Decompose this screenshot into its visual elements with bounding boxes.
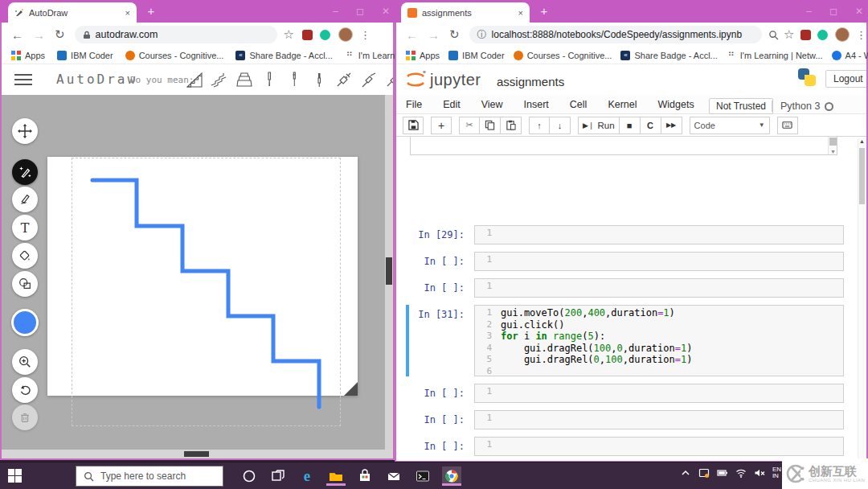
canvas-hscroll-track[interactable] — [2, 450, 393, 458]
save-button[interactable] — [403, 117, 424, 134]
empty-cell-input[interactable]: 1 — [474, 410, 844, 429]
draw-tool[interactable] — [12, 187, 38, 212]
menu-edit[interactable]: Edit — [443, 99, 461, 110]
bookmark-item[interactable]: «Share Badge - Accl... — [620, 51, 717, 60]
bookmark-star-icon[interactable]: ☆ — [284, 27, 294, 42]
cortana-icon[interactable] — [240, 466, 259, 486]
store-icon[interactable] — [355, 466, 375, 486]
close-button[interactable]: ✕ — [382, 6, 390, 17]
code-text[interactable] — [496, 438, 843, 455]
screwdriver-3-suggestion-icon[interactable] — [309, 70, 329, 89]
delete-tool[interactable] — [12, 405, 38, 430]
zoom-icon[interactable] — [768, 30, 779, 40]
syringe-2-suggestion-icon[interactable] — [359, 70, 379, 89]
move-cell-down-button[interactable]: ↓ — [550, 117, 571, 134]
profile-avatar[interactable] — [338, 27, 353, 42]
color-swatch[interactable] — [11, 309, 39, 336]
bookmark-item[interactable]: IBM Coder — [57, 51, 113, 60]
edge-icon[interactable]: e — [297, 466, 317, 486]
code-text[interactable] — [496, 411, 843, 429]
code-text[interactable]: gui.moveTo(200,400,duration=1)gui.click(… — [496, 306, 843, 376]
maximize-button[interactable]: ◻ — [356, 6, 364, 17]
reload-icon[interactable]: ↻ — [449, 27, 460, 42]
menu-hamburger-icon[interactable] — [14, 74, 32, 88]
bookmark-item[interactable]: ⠛I'm Learning | Netw... — [727, 51, 823, 60]
cut-cell-button[interactable]: ✂ — [459, 117, 480, 134]
bookmark-item[interactable]: «Share Badge - Accl... — [235, 51, 332, 60]
file-explorer-icon[interactable] — [326, 466, 346, 486]
syringe-suggestion-icon[interactable] — [334, 70, 354, 89]
syringe-3-suggestion-icon[interactable] — [384, 70, 393, 89]
wifi-icon[interactable] — [735, 467, 747, 479]
code-cell-input[interactable]: 123456gui.moveTo(200,400,duration=1)gui.… — [474, 305, 844, 376]
menu-kernel[interactable]: Kernel — [608, 99, 637, 110]
taskbar-search-box[interactable]: Type here to search — [76, 466, 223, 487]
select-tool[interactable] — [12, 118, 38, 144]
interrupt-kernel-button[interactable]: ■ — [620, 117, 641, 134]
chrome-menu-icon[interactable]: ⋮ — [360, 29, 371, 41]
tiered-cake-suggestion-icon[interactable] — [235, 70, 254, 89]
copy-cell-button[interactable] — [480, 117, 501, 134]
fill-tool[interactable] — [12, 243, 38, 269]
tab-close-icon[interactable]: × — [125, 8, 130, 18]
reload-icon[interactable]: ↻ — [55, 27, 65, 42]
add-cell-button[interactable]: + — [431, 117, 452, 134]
extension-grammarly-icon[interactable] — [320, 30, 330, 40]
mail-icon[interactable] — [384, 466, 403, 486]
stairs-outline-suggestion-icon[interactable] — [210, 70, 229, 89]
logout-button[interactable]: Logout — [825, 70, 866, 88]
paste-cell-button[interactable] — [501, 117, 522, 134]
canvas-vscroll-track[interactable] — [385, 95, 393, 450]
screwdriver-2-suggestion-icon[interactable] — [285, 70, 304, 89]
empty-cell-input[interactable]: 1 — [474, 225, 844, 244]
menu-widgets[interactable]: Widgets — [658, 99, 694, 110]
menu-insert[interactable]: Insert — [524, 99, 549, 110]
command-palette-button[interactable] — [777, 117, 798, 134]
screwdriver-suggestion-icon[interactable] — [260, 70, 279, 89]
language-indicator[interactable]: EN IN — [772, 466, 781, 479]
notebook-title[interactable]: assignments — [497, 75, 564, 88]
battery-icon[interactable] — [717, 467, 728, 479]
jupyter-brand[interactable]: jupyter — [430, 71, 481, 89]
menu-view[interactable]: View — [481, 99, 503, 110]
chrome-icon[interactable] — [442, 466, 461, 486]
address-bar[interactable]: autodraw.com — [75, 26, 277, 43]
chevron-up-icon[interactable] — [680, 467, 691, 479]
bookmark-item[interactable]: Apps — [11, 51, 45, 60]
autodraw-tool[interactable] — [12, 159, 38, 185]
trust-status-button[interactable]: Not Trusted — [709, 98, 773, 114]
output-scroll-area[interactable]: x=1331 y=269 x=1331 y=269Exit ▼ — [410, 137, 837, 155]
titlebar-right[interactable]: assignments × + – ◻ ✕ — [395, 0, 868, 23]
empty-cell-input[interactable]: 1 — [474, 384, 844, 403]
bookmark-star-icon[interactable]: ☆ — [784, 27, 794, 42]
bookmark-item[interactable]: Courses - Cognitive... — [125, 51, 224, 60]
address-bar[interactable]: ⓘ localhost:8888/notebooks/CodeSpeedy/as… — [469, 26, 763, 43]
close-button[interactable]: ✕ — [855, 6, 863, 17]
undo-tool[interactable] — [12, 377, 38, 403]
new-tab-button[interactable]: + — [145, 5, 158, 18]
back-icon[interactable]: ← — [11, 28, 23, 42]
output-scrollbar[interactable]: ▼ — [828, 137, 837, 154]
task-view-icon[interactable] — [268, 466, 288, 486]
minimize-button[interactable]: – — [333, 6, 338, 17]
move-cell-up-button[interactable]: ↑ — [529, 117, 550, 134]
shape-tool[interactable] — [12, 271, 38, 297]
notebook-scrollbar[interactable]: ▲ — [858, 138, 865, 459]
profile-avatar[interactable] — [835, 27, 850, 42]
extension-red-icon[interactable] — [800, 30, 811, 40]
console-icon[interactable] — [413, 466, 432, 486]
bookmark-item[interactable]: A4 - Web Designin... — [832, 51, 868, 60]
canvas-vscroll-thumb[interactable] — [386, 257, 392, 285]
code-text[interactable] — [496, 226, 843, 244]
tab-assignments[interactable]: assignments × — [401, 2, 530, 23]
menu-file[interactable]: File — [406, 99, 422, 110]
bookmark-item[interactable]: Apps — [406, 51, 440, 60]
bookmark-item[interactable]: Courses - Cognitive... — [514, 51, 612, 60]
start-button[interactable] — [8, 469, 22, 483]
code-text[interactable] — [496, 384, 843, 402]
new-tab-button[interactable]: + — [538, 5, 551, 18]
empty-cell-input[interactable]: 1 — [474, 278, 844, 298]
bookmark-item[interactable]: IBM Coder — [448, 51, 505, 60]
minimize-button[interactable]: – — [806, 6, 812, 17]
drawing-canvas[interactable] — [2, 95, 393, 450]
